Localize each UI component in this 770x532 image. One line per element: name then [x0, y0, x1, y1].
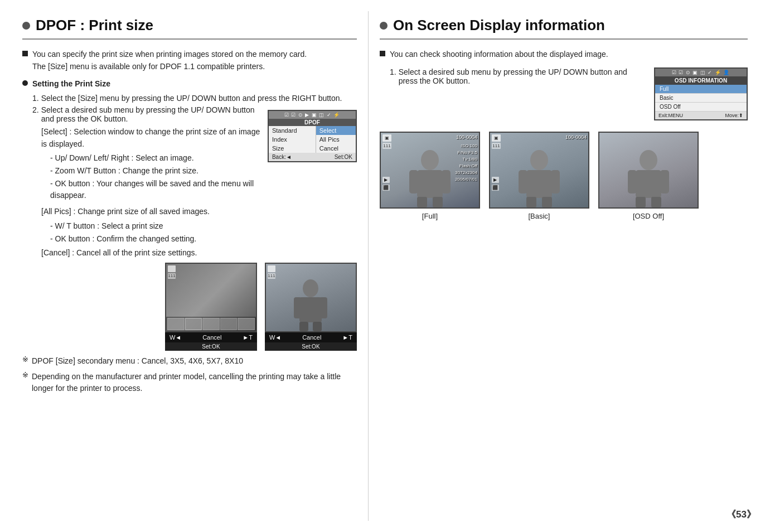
svg-rect-16 [526, 197, 536, 207]
svg-rect-2 [294, 297, 302, 318]
osdoff-person [623, 149, 674, 207]
right-intro-text: You can check shooting information about… [390, 49, 608, 61]
osd-move: Move:⬆ [725, 113, 743, 118]
dpof-menu-mockup: ☑ ☑ ⊙ ▶ ▣ ◫ ✓ ⚡ DPOF Standard Select Ind… [268, 105, 357, 167]
full-counter: 100-0004 [456, 134, 477, 140]
osd-title: OSD INFORMATION [655, 76, 747, 85]
menu-title: DPOF [269, 119, 356, 126]
intro-block: You can specify the print size when prin… [22, 49, 357, 72]
basic-counter: 100-0004 [565, 134, 587, 140]
select-item-3: - OK button : Your changes will be saved… [41, 178, 261, 201]
osd-footer: Exit:MENU Move:⬆ [655, 112, 747, 119]
svg-rect-14 [519, 170, 527, 194]
right-title: On Screen Display information [393, 17, 605, 34]
left-title: DPOF : Print size [36, 17, 153, 34]
svg-rect-8 [409, 170, 418, 194]
camera-image-2: 111 W◄ Cancel ►T [265, 263, 357, 351]
select-item-3-text: - OK button : Your changes will be saved… [50, 178, 261, 201]
svg-rect-4 [299, 322, 308, 331]
cam2-icons: 111 [268, 265, 275, 279]
full-left-icons: ▶ ⬛ [382, 177, 390, 191]
svg-rect-1 [299, 297, 322, 322]
cancel-desc: [Cancel] : Cancel all of the print size … [32, 247, 357, 259]
right-step1-text: 1. Select a desired sub menu by pressing… [390, 67, 646, 85]
svg-rect-13 [526, 170, 552, 198]
full-person [405, 149, 455, 207]
right-step1-num: 1. [390, 67, 396, 85]
right-panel: On Screen Display information You can ch… [369, 11, 759, 521]
section-dot [22, 22, 30, 30]
step2-text-area: 2. Select a desired sub menu by pressing… [32, 105, 261, 202]
menu-value-standard: Select [316, 126, 356, 135]
osd-item-full[interactable]: Full [655, 85, 747, 94]
menu-footer: Back:◄ Set:OK [269, 153, 356, 161]
note-1: ※ DPOF [Size] secondary menu : Cancel, 3… [22, 355, 357, 367]
notes-block: ※ DPOF [Size] secondary menu : Cancel, 3… [22, 355, 357, 395]
menu-value-index: All Pics [316, 135, 356, 144]
screenshots-row: ▣ 111 100-0004 ISO:100F/No:F3.5Tv:1/80Fl… [380, 132, 748, 220]
right-intro-block: You can check shooting information about… [380, 49, 748, 61]
step2: 2. Select a desired sub menu by pressing… [32, 105, 261, 123]
select-desc: [Select] : Selection window to change th… [32, 126, 261, 150]
svg-point-6 [421, 150, 439, 170]
right-step1: 1. Select a desired sub menu by pressing… [390, 67, 646, 85]
select-items: - Up/ Down/ Left/ Right : Select an imag… [32, 152, 261, 201]
right-step1-area: 1. Select a desired sub menu by pressing… [380, 67, 748, 120]
svg-rect-7 [417, 170, 443, 198]
camera-image-1: 111 W◄ Cancel ►T [165, 263, 257, 351]
cam2-controls: W◄ Cancel ►T [265, 332, 357, 342]
cam1-set: Set:OK [165, 342, 257, 351]
images-row: 111 W◄ Cancel ►T [22, 263, 357, 351]
svg-rect-10 [417, 197, 427, 207]
osd-icon-row: ☑ ☑ ⊙ ▣ ◫ ✓ ⚡ 👤 [655, 69, 747, 76]
setting-block: Setting the Print Size 1. Select the [Si… [22, 78, 357, 259]
right-dot [380, 22, 388, 30]
cam1-controls: W◄ Cancel ►T [165, 332, 257, 342]
menu-set: Set:OK [335, 154, 352, 160]
osd-menu-mockup: ☑ ☑ ⊙ ▣ ◫ ✓ ⚡ 👤 OSD INFORMATION Full Bas… [654, 67, 748, 120]
svg-rect-20 [628, 170, 637, 194]
right-step1-desc: Select a desired sub menu by pressing th… [399, 67, 646, 85]
left-section-header: DPOF : Print size [22, 17, 357, 40]
svg-point-12 [530, 150, 548, 170]
menu-label-index: Index [269, 135, 316, 144]
allpics-desc: [All Pics] : Change print size of all sa… [32, 206, 357, 218]
cam1-icons: 111 [168, 265, 176, 279]
left-panel: DPOF : Print size You can specify the pr… [11, 11, 369, 521]
step1-num: 1. [32, 94, 39, 103]
allpics-items: - W/ T button : Select a print size - OK… [32, 220, 357, 245]
page-number: 《53》 [727, 508, 756, 521]
select-item-2-text: - Zoom W/T Button : Change the print siz… [50, 165, 198, 177]
intro-text: You can specify the print size when prin… [32, 49, 307, 72]
svg-rect-9 [442, 170, 451, 194]
note2-star: ※ [22, 371, 28, 379]
full-icons: ▣ 111 [382, 134, 391, 149]
svg-rect-23 [651, 197, 661, 207]
step2-area: 2. Select a desired sub menu by pressing… [32, 105, 357, 202]
osd-item-osdoff[interactable]: OSD Off [655, 103, 747, 112]
svg-rect-21 [660, 170, 669, 194]
svg-rect-3 [319, 297, 327, 318]
svg-rect-17 [542, 197, 552, 207]
svg-rect-19 [636, 170, 661, 198]
osd-exit: Exit:MENU [658, 113, 683, 118]
menu-label-size: Size [269, 144, 316, 153]
screenshot-osdoff: [OSD Off] [598, 132, 699, 220]
person-svg [288, 278, 333, 331]
svg-rect-5 [313, 322, 322, 331]
menu-value-size: Cancel [316, 144, 356, 153]
setting-bullet [22, 80, 28, 86]
osd-item-basic[interactable]: Basic [655, 94, 747, 103]
menu-back: Back:◄ [272, 154, 292, 160]
svg-point-0 [303, 279, 318, 297]
step2-num: 2. [32, 105, 39, 123]
menu-icon-row: ☑ ☑ ⊙ ▶ ▣ ◫ ✓ ⚡ [269, 111, 356, 119]
intro-bullet [22, 51, 28, 56]
right-section-header: On Screen Display information [380, 17, 748, 40]
screenshot-full: ▣ 111 100-0004 ISO:100F/No:F3.5Tv:1/80Fl… [380, 132, 480, 220]
screenshot-basic: ▣ 111 100-0004 ▶ ⬛ [489, 132, 589, 220]
basic-person [514, 149, 564, 207]
right-intro-bullet [380, 51, 385, 56]
select-item-1: - Up/ Down/ Left/ Right : Select an imag… [41, 152, 261, 164]
basic-left-icons: ▶ ⬛ [492, 177, 499, 191]
